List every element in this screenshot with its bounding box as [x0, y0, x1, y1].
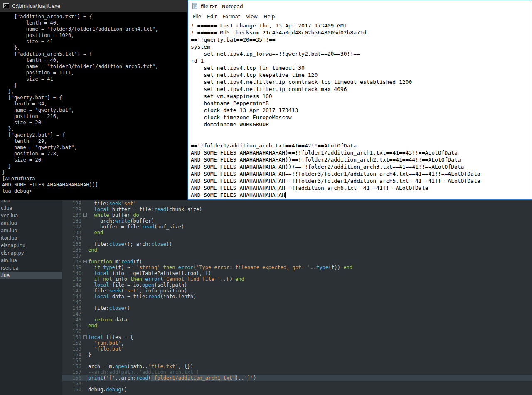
menu-help[interactable]: Help [261, 13, 278, 20]
notepad-menubar: FileEditFormatViewHelp [188, 12, 532, 21]
code-line[interactable]: 139 if type(f) ~= 'string' then error('T… [62, 265, 532, 270]
console-output[interactable]: ["addition_arch4.txt"] = { lenth = 40, n… [0, 12, 187, 194]
sidebar-file-item[interactable]: elsnap.inx [0, 242, 62, 249]
code-line[interactable]: 147 [62, 311, 532, 317]
code-line[interactable]: 128 file:seek'set' [62, 201, 532, 206]
fold-column [81, 317, 88, 323]
sidebar-file-item[interactable]: vec.lua [0, 212, 62, 219]
console-line: size = 20 [2, 157, 187, 163]
fold-toggle-icon[interactable] [83, 260, 87, 263]
code-line[interactable]: 155 [62, 358, 532, 363]
notepad-line: set net.ipv4.netfilter.ip_conntrack_max … [191, 86, 532, 93]
code-line[interactable]: 138function m:read(f) [62, 259, 532, 265]
code-line[interactable]: 141 if not info then error('Cannot find … [62, 276, 532, 282]
notepad-line: ! ====== Md5 checksum 21c454a0dd48c02b56… [191, 29, 532, 36]
code-line[interactable]: 150 [62, 329, 532, 334]
line-number: 149 [62, 323, 81, 329]
code-line[interactable]: 136end [62, 247, 532, 253]
code-text [88, 253, 532, 259]
line-number: 131 [62, 218, 81, 224]
code-text: arch:write(buffer) [88, 218, 532, 224]
console-title: C:\bin\lua\luajit.exe [12, 3, 60, 9]
line-number: 156 [62, 363, 81, 369]
sidebar-file-item[interactable]: itor.lua [0, 234, 62, 242]
code-text: local info = getTablePath(self.root, f) [88, 270, 532, 276]
sidebar-file-item[interactable]: rser.lua [0, 264, 62, 272]
notepad-line: AND SOME FILES AHAHAHAHAHAHAH==!!additio… [191, 184, 532, 191]
sidebar-file-item[interactable]: am.lua [0, 227, 62, 234]
console-window: C:\bin\lua\luajit.exe ["addition_arch4.t… [0, 0, 187, 200]
code-text: arch = m.open(path..'file.txt', {}) [88, 363, 532, 369]
code-line[interactable]: 129 local buffer = file:read(chunk_size) [62, 206, 532, 212]
notepad-text-area[interactable]: ! ====== Last change Thu, 13 Apr 2017 17… [188, 21, 532, 199]
code-line[interactable]: 132 buffer = file:read(buf_size) [62, 224, 532, 230]
fold-column [81, 247, 88, 253]
menu-view[interactable]: View [243, 13, 261, 20]
code-text: } [88, 352, 532, 358]
code-line[interactable]: 146 file:close() [62, 305, 532, 311]
sidebar-file-item[interactable]: ain.lua [0, 219, 62, 227]
code-line[interactable]: 135 file:close(); arch:close() [62, 241, 532, 247]
fold-column [81, 294, 88, 299]
code-line[interactable]: 148 return data [62, 317, 532, 323]
code-text: 'file.bat' [88, 346, 532, 352]
console-titlebar[interactable]: C:\bin\lua\luajit.exe [0, 0, 187, 12]
code-line[interactable]: 158print('['..arch:read('folder1/additio… [62, 375, 532, 381]
sidebar-file-item[interactable]: ain.lua [0, 257, 62, 264]
line-number: 140 [62, 270, 81, 276]
notepad-line: system [191, 43, 532, 50]
fold-column [81, 270, 88, 276]
sidebar-file-item[interactable]: elsnap.py [0, 249, 62, 257]
line-number: 158 [62, 375, 81, 381]
code-line[interactable]: 160debug.debug() [62, 387, 532, 393]
fold-column [81, 230, 88, 236]
code-line[interactable]: 134 [62, 236, 532, 241]
fold-column [81, 352, 88, 358]
sidebar-file-item[interactable]: .lua [0, 272, 62, 279]
code-line[interactable]: 144 local data = file:read(info.lenth) [62, 294, 532, 299]
code-line[interactable]: 142 local file = io.open(self.path) [62, 282, 532, 288]
code-line[interactable]: 159 [62, 381, 532, 387]
code-line[interactable]: 130 while buffer do [62, 212, 532, 218]
code-text: while buffer do [88, 212, 532, 218]
fold-column [81, 224, 88, 230]
console-line: lua_debug> [2, 188, 187, 194]
code-line[interactable]: 137 [62, 253, 532, 259]
notepad-titlebar[interactable]: file.txt - Notepad [188, 0, 532, 12]
code-line[interactable]: 157--arch:add(path..'addition_arch.txt') [62, 369, 532, 375]
code-text: 'run.bat', [88, 340, 532, 346]
code-line[interactable]: 153 'file.bat' [62, 346, 532, 352]
code-line[interactable]: 154} [62, 352, 532, 358]
notepad-line [191, 135, 532, 142]
console-line: name = "folder3/folder1/addition_arch4.t… [2, 26, 187, 32]
line-number: 148 [62, 317, 81, 323]
code-line[interactable]: 133 end [62, 230, 532, 236]
line-number: 157 [62, 369, 81, 375]
fold-column [81, 265, 88, 270]
notepad-line: AND SOME FILES AHAHAHAHAHAHAH)==!!folder… [191, 149, 532, 156]
code-text: local file = io.open(self.path) [88, 282, 532, 288]
notepad-line [191, 128, 532, 135]
code-line[interactable]: 149end [62, 323, 532, 329]
code-line[interactable]: 151local files = { [62, 334, 532, 340]
fold-column [81, 311, 88, 317]
menu-edit[interactable]: Edit [204, 13, 219, 20]
fold-toggle-icon[interactable] [83, 335, 87, 339]
sidebar-file-item[interactable]: c.lua [0, 204, 62, 212]
code-line[interactable]: 140 local info = getTablePath(self.root,… [62, 270, 532, 276]
code-line[interactable]: 131 arch:write(buffer) [62, 218, 532, 224]
code-text [88, 381, 532, 387]
menu-format[interactable]: Format [219, 13, 243, 20]
fold-toggle-icon[interactable] [83, 213, 87, 217]
notepad-line: set net.ipv4.ip_forwa==!!qwerty2.bat==20… [191, 50, 532, 57]
code-text: return data [88, 317, 532, 323]
code-line[interactable]: 145 [62, 299, 532, 305]
console-line: position = 1111, [2, 70, 187, 76]
code-line[interactable]: 156arch = m.open(path..'file.txt', {}) [62, 363, 532, 369]
menu-file[interactable]: File [190, 13, 204, 20]
code-line[interactable]: 143 file:seek('set', info.position) [62, 288, 532, 294]
line-number: 154 [62, 352, 81, 358]
console-line: lenth = 29, [2, 138, 187, 145]
code-line[interactable]: 152 'run.bat', [62, 340, 532, 346]
console-line: }, [2, 88, 187, 95]
